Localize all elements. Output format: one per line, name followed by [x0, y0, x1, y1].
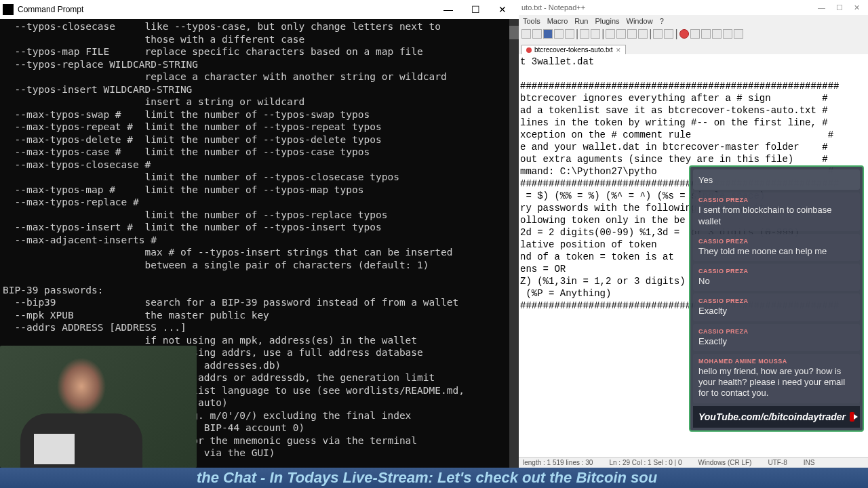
chat-text: No	[698, 276, 854, 287]
youtube-link-text: YouTube.com/c/bitcoindaytrader	[698, 411, 846, 422]
minimize-button[interactable]: —	[435, 0, 462, 19]
chat-author: CASSIO PREZA	[698, 298, 854, 304]
chat-message: MOHAMED AMINE MOUSSAhello my friend, how…	[693, 354, 860, 403]
npp-toolbar: | | | |	[519, 27, 868, 41]
npp-statusbar: length : 1 519 lines : 30 Ln : 29 Col : …	[519, 457, 868, 468]
file-tab[interactable]: btcrecover-tokens-auto.txt ✕	[521, 45, 626, 54]
status-mode: INS	[804, 459, 815, 466]
maximize-button[interactable]: ☐	[462, 0, 489, 19]
youtube-icon	[850, 412, 854, 422]
chat-message: CASSIO PREZAExaclty	[693, 293, 860, 321]
status-enc: UTF-8	[768, 459, 787, 466]
chat-author: CASSIO PREZA	[698, 328, 854, 335]
toolbar-button[interactable]	[565, 29, 574, 39]
toolbar-button[interactable]	[616, 29, 626, 39]
cmd-title: Command Prompt	[18, 5, 435, 14]
chat-message: CASSIO PREZANo	[693, 264, 860, 291]
toolbar-button[interactable]	[734, 29, 743, 39]
chat-message: CASSIO PREZAI sent from blockchain to co…	[693, 192, 860, 231]
toolbar-button[interactable]	[627, 29, 637, 39]
modified-icon	[526, 47, 532, 53]
record-icon[interactable]	[679, 29, 689, 39]
menu-item[interactable]: Run	[574, 17, 588, 25]
status-pos: Ln : 29 Col : 1 Sel : 0 | 0	[609, 459, 682, 466]
npp-menubar: ToolsMacroRunPluginsWindow?	[519, 15, 868, 27]
tab-label: btcrecover-tokens-auto.txt	[534, 46, 613, 54]
chat-overlay: YesCASSIO PREZAI sent from blockchain to…	[689, 165, 864, 432]
npp-close-button[interactable]: ✕	[854, 3, 860, 12]
chat-author: MOHAMED AMINE MOUSSA	[698, 358, 854, 365]
chat-text: They told me noone can help me	[698, 246, 854, 257]
youtube-banner[interactable]: YouTube.com/c/bitcoindaytrader	[693, 406, 860, 428]
cmd-titlebar[interactable]: Command Prompt — ☐ ✕	[0, 0, 519, 19]
chat-message: Yes	[693, 169, 860, 190]
status-eol: Windows (CR LF)	[698, 459, 752, 466]
close-button[interactable]: ✕	[489, 0, 516, 19]
chat-text: Exaclty	[698, 306, 854, 317]
cmd-scrollbar-thumb[interactable]	[509, 26, 519, 39]
cmd-icon	[3, 4, 14, 15]
chat-text: Yes	[698, 175, 854, 186]
chat-author: CASSIO PREZA	[698, 238, 854, 245]
toolbar-button[interactable]	[664, 29, 673, 39]
toolbar-button[interactable]	[690, 29, 700, 39]
npp-tabs: btcrecover-tokens-auto.txt ✕	[519, 41, 868, 54]
npp-minimize-button[interactable]: —	[818, 3, 825, 12]
toolbar-button[interactable]	[723, 29, 732, 39]
toolbar-button[interactable]	[606, 29, 615, 39]
menu-item[interactable]: Macro	[547, 17, 568, 25]
tab-close-icon[interactable]: ✕	[616, 47, 621, 54]
npp-maximize-button[interactable]: ☐	[836, 3, 843, 12]
toolbar-button[interactable]	[532, 29, 542, 39]
chat-message: CASSIO PREZAExactly	[693, 324, 860, 351]
toolbar-button[interactable]	[543, 29, 553, 39]
toolbar-button[interactable]	[638, 29, 648, 39]
webcam-feed	[0, 346, 197, 468]
toolbar-button[interactable]	[653, 29, 663, 39]
menu-item[interactable]: ?	[660, 17, 664, 25]
chat-author: CASSIO PREZA	[698, 268, 854, 274]
toolbar-button[interactable]	[580, 29, 589, 39]
menu-item[interactable]: Window	[627, 17, 653, 25]
chat-text: hello my friend, how are you? how is you…	[698, 366, 854, 399]
cmd-scrollbar[interactable]	[509, 19, 519, 468]
menu-item[interactable]: Plugins	[595, 17, 619, 25]
chat-text: I sent from blockchain to coinbase walle…	[698, 205, 854, 227]
toolbar-button[interactable]	[554, 29, 564, 39]
toolbar-button[interactable]	[521, 29, 531, 39]
ticker-text: the Chat - In Todays Live-Stream: Let's …	[0, 469, 657, 487]
status-length: length : 1 519 lines : 30	[523, 459, 593, 466]
npp-title: uto.txt - Notepad++	[521, 3, 818, 12]
news-ticker: the Chat - In Todays Live-Stream: Let's …	[0, 468, 868, 488]
toolbar-button[interactable]	[712, 29, 722, 39]
toolbar-button[interactable]	[591, 29, 600, 39]
chat-message: CASSIO PREZAThey told me noone can help …	[693, 234, 860, 261]
npp-titlebar[interactable]: uto.txt - Notepad++ — ☐ ✕	[519, 0, 868, 15]
chat-text: Exactly	[698, 336, 854, 347]
chat-author: CASSIO PREZA	[698, 197, 854, 203]
menu-item[interactable]: Tools	[523, 17, 540, 25]
toolbar-button[interactable]	[701, 29, 711, 39]
